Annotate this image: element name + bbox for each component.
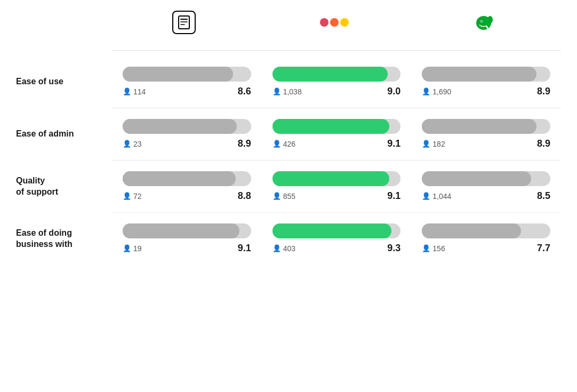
count-value: 114 (133, 87, 146, 96)
bar-count: 👤1,044 (422, 192, 451, 201)
bar-stats: 👤4269.1 (273, 138, 401, 149)
bar-score: 9.1 (387, 138, 400, 149)
bar-stats: 👤1567.7 (422, 243, 550, 254)
metric-label: Ease of use (16, 76, 112, 87)
bar-count: 👤156 (422, 244, 445, 253)
bar-cell-evernote: 👤1828.9 (411, 119, 561, 149)
metric-row: Ease of use👤1148.6👤1,0389.0👤1,6908.9 (16, 56, 561, 108)
person-icon: 👤 (123, 192, 131, 200)
person-icon: 👤 (123, 87, 131, 95)
bar-container (273, 67, 401, 82)
bar-stats: 👤1,6908.9 (422, 86, 550, 97)
bar-container (123, 67, 251, 82)
count-value: 156 (432, 244, 445, 253)
metric-label: Ease of doingbusiness with (16, 228, 112, 250)
metric-label: Ease of admin (16, 129, 112, 140)
person-icon: 👤 (422, 192, 430, 200)
person-icon: 👤 (422, 87, 430, 95)
bar-container (422, 119, 550, 134)
bar-stats: 👤1828.9 (422, 138, 550, 149)
bar-stats: 👤8559.1 (273, 190, 401, 202)
bar-cell-evernote: 👤1,6908.9 (411, 67, 561, 97)
bar-cell-evernote: 👤1,0448.5 (411, 171, 561, 202)
person-icon: 👤 (123, 140, 131, 148)
dot-red (320, 18, 328, 27)
svg-rect-0 (179, 16, 189, 29)
bar-stats: 👤199.1 (123, 243, 251, 254)
monday-brand-header (262, 18, 412, 27)
bar-fill (422, 67, 536, 82)
bar-score: 8.9 (537, 138, 550, 149)
bar-container (422, 171, 550, 186)
bar-count: 👤855 (273, 192, 295, 201)
count-value: 1,690 (432, 87, 451, 96)
bar-cell-monday: 👤4269.1 (262, 119, 412, 149)
person-icon: 👤 (422, 244, 430, 252)
count-value: 426 (283, 140, 295, 148)
person-icon: 👤 (273, 192, 281, 200)
bar-fill (123, 171, 236, 186)
bar-fill (422, 119, 536, 134)
bar-score: 8.9 (238, 138, 251, 149)
bar-score: 8.9 (537, 86, 550, 97)
bar-cell-monday: 👤4039.3 (262, 223, 412, 254)
bar-cell-notion: 👤238.9 (112, 119, 262, 149)
metric-label: Qualityof support (16, 175, 112, 198)
bar-cell-monday: 👤1,0389.0 (262, 67, 412, 97)
bar-score: 7.7 (537, 243, 550, 254)
bar-cell-notion: 👤199.1 (112, 223, 262, 254)
bar-stats: 👤1,0448.5 (422, 190, 550, 202)
count-value: 182 (432, 140, 445, 148)
bar-container (123, 119, 251, 134)
bar-fill (273, 67, 388, 82)
bar-container (422, 67, 550, 82)
content-area: Ease of use👤1148.6👤1,0389.0👤1,6908.9Ease… (16, 56, 561, 265)
bar-fill (123, 119, 237, 134)
dot-yellow (340, 18, 349, 27)
bar-cell-notion: 👤728.8 (112, 171, 262, 202)
monday-logo (320, 18, 353, 27)
bar-score: 9.1 (238, 243, 251, 254)
notion-icon (172, 11, 196, 34)
bar-cell-monday: 👤8559.1 (262, 171, 412, 202)
metric-row: Qualityof support👤728.8👤8559.1👤1,0448.5 (16, 161, 561, 212)
metric-row: Ease of doingbusiness with👤199.1👤4039.3👤… (16, 213, 561, 265)
bar-fill (422, 171, 531, 186)
bar-container (273, 119, 401, 134)
bar-cell-evernote: 👤1567.7 (411, 223, 561, 254)
bar-count: 👤19 (123, 244, 142, 253)
bar-stats: 👤1148.6 (123, 86, 251, 97)
bar-count: 👤23 (123, 140, 142, 148)
evernote-logo (472, 11, 501, 34)
dot-orange (330, 18, 339, 27)
person-icon: 👤 (422, 140, 430, 148)
bar-container (273, 171, 401, 186)
evernote-brand-header (411, 11, 561, 34)
count-value: 19 (133, 244, 142, 253)
bar-stats: 👤728.8 (123, 190, 251, 202)
header-row (16, 11, 561, 34)
svg-point-5 (487, 16, 493, 23)
bar-count: 👤1,690 (422, 87, 451, 96)
bar-stats: 👤4039.3 (273, 243, 401, 254)
bar-count: 👤426 (273, 140, 295, 148)
person-icon: 👤 (273, 87, 281, 95)
bar-score: 9.1 (387, 190, 400, 202)
bar-fill (123, 67, 233, 82)
bar-count: 👤114 (123, 87, 146, 96)
bar-cell-notion: 👤1148.6 (112, 67, 262, 97)
monday-dots (320, 18, 349, 27)
bar-container (123, 171, 251, 186)
bar-container (123, 223, 251, 238)
bar-score: 9.0 (387, 86, 400, 97)
bar-score: 8.6 (238, 86, 251, 97)
bar-count: 👤1,038 (273, 87, 302, 96)
bar-count: 👤72 (123, 192, 142, 201)
notion-brand-header (112, 11, 262, 34)
bar-fill (273, 171, 389, 186)
header-divider (112, 50, 561, 51)
svg-point-7 (481, 21, 482, 22)
bar-fill (422, 223, 520, 238)
bar-container (273, 223, 401, 238)
metric-row: Ease of admin👤238.9👤4269.1👤1828.9 (16, 108, 561, 160)
